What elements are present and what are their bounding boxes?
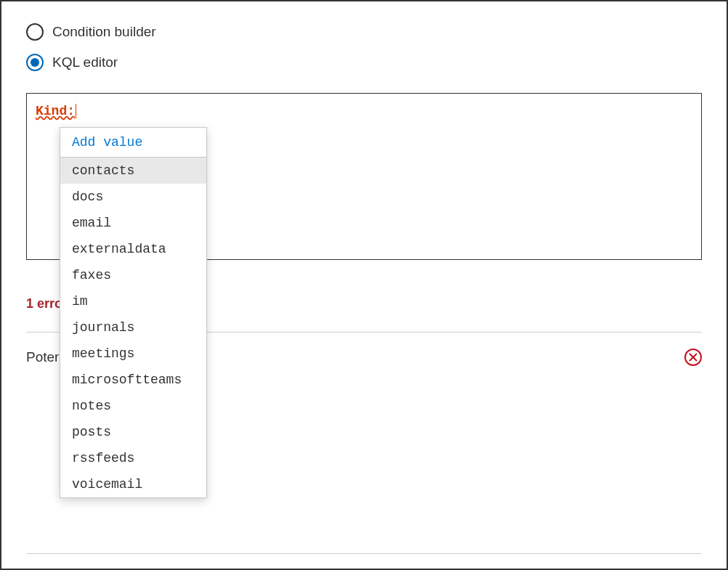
radio-kql-editor[interactable]: KQL editor [26,54,702,71]
autocomplete-item[interactable]: rssfeeds [60,445,206,471]
radio-label-condition-builder: Condition builder [52,24,156,40]
autocomplete-item[interactable]: externaldata [60,236,206,262]
radio-circle-selected-icon [26,54,44,71]
autocomplete-item[interactable]: docs [60,184,206,210]
autocomplete-item[interactable]: meetings [60,341,206,367]
autocomplete-item[interactable]: email [60,210,206,236]
radio-dot-icon [31,58,39,67]
text-cursor-icon [76,104,76,118]
close-icon[interactable] [684,349,702,366]
autocomplete-item[interactable]: contacts [60,158,206,184]
editor-keyword: Kind: [36,104,75,118]
potential-label: Poter [26,349,59,365]
autocomplete-header: Add value [60,128,206,158]
bottom-divider [26,553,702,554]
autocomplete-item[interactable]: journals [60,314,206,341]
autocomplete-dropdown: Add value contactsdocsemailexternaldataf… [60,127,207,498]
editor-mode-radio-group: Condition builder KQL editor [26,23,702,71]
autocomplete-item[interactable]: microsoftteams [60,367,206,393]
autocomplete-item[interactable]: faxes [60,262,206,288]
autocomplete-item[interactable]: im [60,288,206,314]
autocomplete-item[interactable]: voicemail [60,471,206,497]
autocomplete-item[interactable]: posts [60,419,206,445]
radio-circle-icon [26,23,44,41]
radio-condition-builder[interactable]: Condition builder [26,23,702,41]
autocomplete-list: contactsdocsemailexternaldatafaxesimjour… [60,158,206,497]
autocomplete-item[interactable]: notes [60,393,206,419]
radio-label-kql-editor: KQL editor [52,54,118,70]
